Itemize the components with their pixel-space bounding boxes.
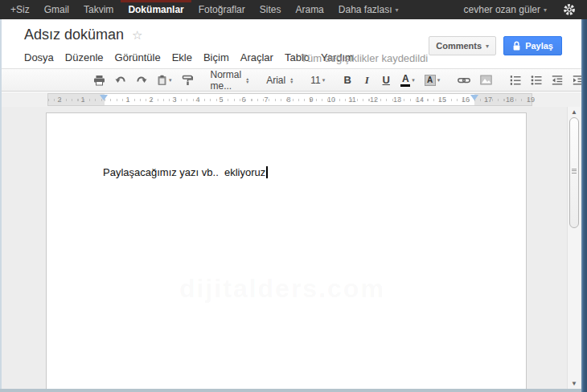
- italic-button[interactable]: I: [358, 71, 376, 89]
- right-indent-marker[interactable]: [470, 95, 478, 100]
- underline-button[interactable]: U: [377, 71, 395, 89]
- formatting-toolbar: ▾ Normal me... ▴▾ Arial ▴▾ 11 ▾ B I U: [2, 68, 581, 92]
- topbar-item-sites[interactable]: Sites: [252, 0, 289, 19]
- highlight-icon: A: [425, 75, 436, 86]
- menu-araclar[interactable]: Araçlar: [235, 50, 279, 65]
- settings-gear-button[interactable]: [555, 0, 584, 19]
- google-docs-window: +Siz Gmail Takvim Dokümanlar Fotoğraflar…: [0, 0, 587, 392]
- chevron-down-icon: ▾: [544, 6, 547, 14]
- ruler-number: 8: [286, 96, 290, 104]
- topbar-item-label: Daha fazlası: [339, 4, 392, 15]
- user-menu[interactable]: cevher ozan güler ▾: [456, 0, 555, 19]
- ruler[interactable]: 2 1 1 2 3 4 5 6 7 8 9 10 11 12 13 14 15 …: [2, 92, 581, 107]
- share-button-label: Paylaş: [525, 41, 553, 51]
- chevron-down-icon: ▾: [412, 77, 415, 84]
- chevron-down-icon: ▾: [486, 43, 489, 50]
- insert-link-button[interactable]: [454, 71, 474, 89]
- menu-goruntule[interactable]: Görüntüle: [109, 50, 166, 65]
- ruler-number: 3: [172, 96, 176, 104]
- lock-icon: [512, 41, 521, 51]
- bold-button[interactable]: B: [339, 71, 356, 89]
- outdent-icon: [552, 75, 563, 86]
- chevron-down-icon: ▾: [396, 6, 399, 14]
- comments-button-label: Comments: [436, 41, 482, 51]
- redo-icon: [136, 75, 147, 86]
- left-indent-marker[interactable]: [100, 95, 108, 100]
- ruler-number: 18: [506, 96, 514, 104]
- vertical-scrollbar[interactable]: ▲ ▼: [567, 107, 581, 389]
- document-canvas: Paylaşacağımız yazı vb.. ekliyoruz dijit…: [2, 107, 581, 389]
- topbar-item-fotograflar[interactable]: Fotoğraflar: [191, 0, 252, 19]
- ruler-number: 4: [195, 96, 199, 104]
- save-status-text: Tüm değişiklikler kaydedildi: [301, 52, 428, 64]
- scroll-up-arrow-icon[interactable]: ▲: [568, 108, 581, 116]
- bulleted-list-button[interactable]: [527, 71, 546, 89]
- ruler-number: 14: [416, 96, 424, 104]
- topbar-item-plus-siz[interactable]: +Siz: [3, 0, 37, 19]
- font-dropdown[interactable]: Arial ▴▾: [262, 71, 297, 89]
- scroll-down-arrow-icon[interactable]: ▼: [568, 380, 581, 387]
- window-bottom-border: [0, 389, 581, 392]
- menu-bicim[interactable]: Biçim: [198, 50, 235, 65]
- insert-image-button[interactable]: [476, 71, 496, 89]
- topbar-account-area: cevher ozan güler ▾: [456, 0, 587, 19]
- numbered-list-button[interactable]: [506, 71, 525, 89]
- menu-duzenle[interactable]: Düzenle: [60, 50, 109, 65]
- chevron-down-icon: ▾: [322, 77, 326, 84]
- topbar-nav: +Siz Gmail Takvim Dokümanlar Fotoğraflar…: [0, 0, 406, 19]
- clipboard-icon: [157, 75, 167, 86]
- ruler-number: 11: [348, 96, 355, 104]
- title-row: Adsız doküman ☆: [24, 27, 143, 43]
- updown-arrows-icon: ▴▾: [246, 77, 248, 84]
- undo-button[interactable]: [111, 71, 130, 89]
- document-header: Adsız doküman ☆ Comments ▾ Paylaş Dosya …: [2, 19, 581, 68]
- document-text[interactable]: Paylaşacağımız yazı vb.. ekliyoruz: [103, 166, 265, 178]
- header-buttons: Comments ▾ Paylaş: [429, 36, 562, 55]
- topbar-item-takvim[interactable]: Takvim: [76, 0, 121, 19]
- text-color-icon: A: [400, 74, 410, 87]
- italic-label: I: [362, 74, 371, 87]
- ruler-number: 1: [80, 96, 84, 104]
- menu-dosya[interactable]: Dosya: [18, 50, 60, 65]
- ruler-number: 1: [125, 96, 129, 104]
- watermark-text: dijitalders.com: [179, 274, 385, 304]
- star-icon[interactable]: ☆: [132, 28, 142, 43]
- image-icon: [480, 75, 492, 85]
- google-topbar: +Siz Gmail Takvim Dokümanlar Fotoğraflar…: [0, 0, 587, 19]
- ruler-number: 19: [527, 96, 535, 104]
- menu-ekle[interactable]: Ekle: [166, 50, 198, 65]
- bulleted-list-icon: [531, 75, 542, 86]
- underline-label: U: [381, 74, 391, 86]
- topbar-item-gmail[interactable]: Gmail: [37, 0, 76, 19]
- window-left-border: [0, 19, 2, 392]
- ruler-number: 7: [264, 96, 268, 104]
- topbar-item-arama[interactable]: Arama: [288, 0, 330, 19]
- ruler-number: 2: [149, 96, 153, 104]
- text-line: Paylaşacağımız yazı vb.. ekliyoruz: [103, 166, 268, 178]
- topbar-item-daha-fazlasi[interactable]: Daha fazlası ▾: [331, 0, 406, 19]
- scrollbar-grip: [572, 169, 577, 174]
- topbar-item-dokumanlar[interactable]: Dokümanlar: [121, 0, 191, 19]
- comments-button[interactable]: Comments ▾: [429, 36, 496, 55]
- scrollbar-thumb[interactable]: [569, 117, 579, 228]
- highlight-color-button[interactable]: A ▾: [421, 71, 445, 89]
- document-title[interactable]: Adsız doküman: [24, 27, 124, 43]
- updown-arrows-icon: ▴▾: [290, 77, 293, 84]
- user-name: cevher ozan güler: [464, 4, 540, 15]
- font-dropdown-value: Arial: [266, 75, 285, 86]
- styles-dropdown[interactable]: Normal me... ▴▾: [207, 71, 253, 89]
- print-button[interactable]: [89, 71, 109, 89]
- text-color-button[interactable]: A ▾: [396, 71, 419, 89]
- web-clipboard-button[interactable]: ▾: [153, 71, 176, 89]
- redo-button[interactable]: [132, 71, 151, 89]
- ruler-number: 17: [484, 96, 492, 104]
- decrease-indent-button[interactable]: [548, 71, 567, 89]
- link-icon: [458, 75, 470, 86]
- share-button[interactable]: Paylaş: [503, 36, 562, 55]
- ruler-number: 2: [57, 96, 61, 104]
- text-cursor: [266, 166, 268, 178]
- font-size-dropdown[interactable]: 11 ▾: [306, 71, 329, 89]
- ruler-number: 9: [309, 96, 313, 104]
- document-page[interactable]: Paylaşacağımız yazı vb.. ekliyoruz dijit…: [46, 112, 527, 389]
- paint-format-button[interactable]: [178, 71, 197, 89]
